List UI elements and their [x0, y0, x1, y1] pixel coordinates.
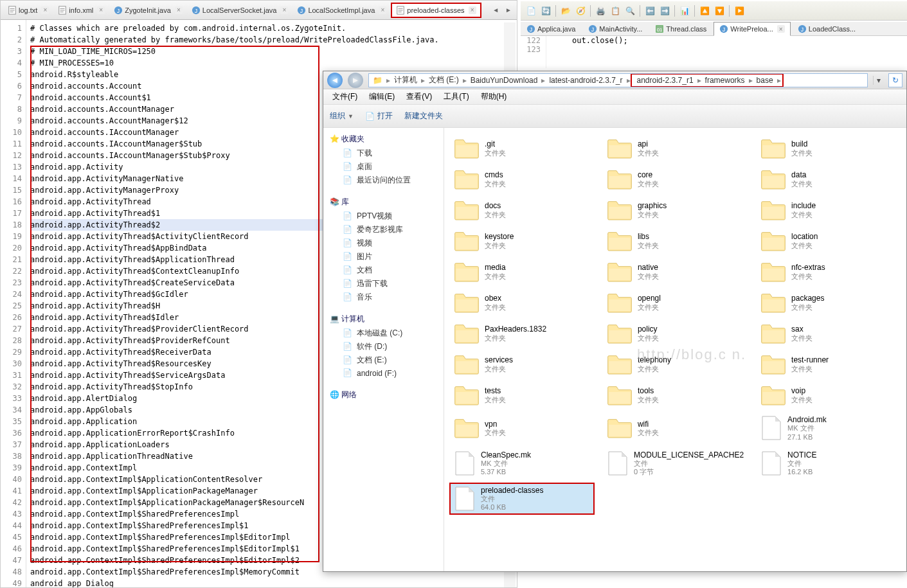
toolbar-open[interactable]: 📄 打开 [365, 111, 393, 121]
breadcrumb-segment[interactable]: BaiduYunDownload [467, 76, 542, 85]
file-item[interactable]: NOTICE文件16.2 KB [756, 447, 901, 480]
sidebar-group-head[interactable]: ⭐ 收藏夹 [326, 132, 441, 147]
toolbar-btn[interactable]: 📄 [525, 4, 537, 17]
close-icon[interactable]: × [777, 25, 785, 33]
explorer-fileview[interactable]: http://blog.c n. .git文件夹api文件夹build文件夹cm… [444, 128, 906, 571]
tab-prev[interactable]: ◄ [490, 6, 501, 13]
editor-tab[interactable]: JMainActivity... [582, 22, 648, 35]
breadcrumb-segment[interactable]: 文档 (E:) [425, 75, 463, 85]
folder-item[interactable]: telephony文件夹 [602, 350, 748, 379]
sidebar-item[interactable]: 📄PPTV视频 [326, 209, 441, 223]
sidebar-item[interactable]: 📄图片 [326, 250, 441, 263]
sidebar-item[interactable]: 📄本地磁盘 (C:) [326, 326, 441, 340]
folder-item[interactable]: include文件夹 [756, 196, 901, 224]
folder-item[interactable]: services文件夹 [449, 350, 595, 379]
editor-tab[interactable]: log.txt× [3, 3, 53, 17]
editor-tab[interactable]: JWritePreloa...× [714, 22, 790, 36]
sidebar-item[interactable]: 📄视频 [326, 236, 441, 250]
breadcrumb-dropdown[interactable]: ▾ [873, 76, 883, 85]
toolbar-btn[interactable]: 🔽 [713, 4, 726, 17]
close-icon[interactable]: × [469, 6, 476, 14]
folder-item[interactable]: native文件夹 [602, 258, 748, 286]
toolbar-organize[interactable]: 组织▼ [330, 111, 354, 121]
folder-item[interactable]: keystore文件夹 [449, 227, 595, 255]
close-icon[interactable]: × [175, 6, 183, 14]
menu-edit[interactable]: 编辑(E) [365, 90, 399, 103]
close-icon[interactable]: × [97, 6, 105, 14]
folder-item[interactable]: policy文件夹 [602, 319, 748, 348]
code-line[interactable]: android app Dialog [30, 578, 513, 587]
sidebar-item[interactable]: 📄文档 (E:) [326, 353, 441, 367]
toolbar-btn[interactable]: ▶️ [733, 4, 746, 17]
file-item[interactable]: preloaded-classes文件64.0 KB [449, 483, 595, 515]
sidebar-group-head[interactable]: 💻 计算机 [326, 312, 441, 326]
folder-item[interactable]: location文件夹 [756, 227, 901, 255]
editor-tab[interactable]: preloaded-classes× [391, 3, 481, 18]
folder-item[interactable]: core文件夹 [602, 165, 748, 193]
code-line[interactable]: # MIN_LOAD_TIME_MICROS=1250 [30, 46, 513, 57]
folder-item[interactable]: sax文件夹 [756, 319, 901, 348]
sidebar-group-head[interactable]: 🌐 网络 [326, 388, 441, 402]
code-line[interactable]: # Classes which are preloaded by com.and… [30, 22, 513, 34]
toolbar-btn[interactable]: 🔄 [539, 4, 552, 17]
folder-item[interactable]: packages文件夹 [756, 289, 901, 317]
menu-view[interactable]: 查看(V) [402, 90, 436, 103]
editor-tab[interactable]: JZygoteInit.java× [109, 3, 187, 17]
nav-forward-button[interactable]: ► [348, 73, 363, 88]
sidebar-item[interactable]: 📄文档 [326, 263, 441, 277]
toolbar-btn[interactable]: ➡️ [658, 4, 671, 17]
editor-tab[interactable]: JApplica.java [521, 22, 581, 35]
close-icon[interactable]: × [41, 6, 49, 14]
sidebar-item[interactable]: 📄音乐 [326, 290, 441, 304]
file-item[interactable]: CleanSpec.mkMK 文件5.37 KB [449, 447, 595, 480]
folder-item[interactable]: docs文件夹 [449, 196, 595, 224]
folder-item[interactable]: build文件夹 [756, 134, 901, 163]
folder-item[interactable]: api文件夹 [602, 134, 748, 163]
editor-tab[interactable]: JLoadedClass... [792, 22, 861, 35]
breadcrumb-root[interactable]: 📁 [369, 76, 386, 85]
toolbar-btn[interactable]: 📊 [678, 4, 691, 17]
breadcrumb-segment[interactable]: 计算机 [390, 75, 421, 85]
folder-item[interactable]: opengl文件夹 [602, 289, 748, 317]
sidebar-group-head[interactable]: 📚 库 [326, 195, 441, 209]
folder-item[interactable]: wifi文件夹 [602, 412, 748, 445]
sidebar-item[interactable]: 📄最近访问的位置 [326, 174, 441, 187]
close-icon[interactable]: × [379, 6, 386, 14]
tab-next[interactable]: ► [503, 6, 514, 13]
nav-back-button[interactable]: ◄ [327, 73, 343, 88]
toolbar-btn[interactable]: 🖨️ [594, 4, 607, 17]
folder-item[interactable]: cmds文件夹 [449, 165, 595, 193]
editor-tab[interactable]: JLocalServerSocket.java× [187, 3, 293, 17]
sidebar-item[interactable]: 📄爱奇艺影视库 [326, 223, 441, 236]
folder-item[interactable]: obex文件夹 [449, 289, 595, 317]
menu-tools[interactable]: 工具(T) [440, 90, 472, 103]
folder-item[interactable]: voip文件夹 [756, 381, 901, 409]
sidebar-item[interactable]: 📄桌面 [326, 160, 441, 174]
sidebar-item[interactable]: 📄软件 (D:) [326, 340, 441, 353]
folder-item[interactable]: graphics文件夹 [602, 196, 748, 224]
folder-item[interactable]: PaxHeaders.1832文件夹 [449, 319, 595, 348]
folder-item[interactable]: vpn文件夹 [449, 412, 595, 445]
file-item[interactable]: Android.mkMK 文件27.1 KB [756, 412, 901, 445]
code-line[interactable]: # Automatically generated by frameworks/… [30, 34, 513, 46]
sidebar-item[interactable]: 📄迅雷下载 [326, 277, 441, 290]
breadcrumb-segment[interactable]: frameworks [701, 76, 749, 85]
toolbar-btn[interactable]: 🔍 [624, 4, 636, 17]
menu-file[interactable]: 文件(F) [328, 90, 361, 103]
sidebar-item[interactable]: 📄android (F:) [326, 367, 441, 380]
editor-tab[interactable]: JLocalSocketImpl.java× [292, 3, 391, 17]
toolbar-btn[interactable]: ⬅️ [643, 4, 656, 17]
refresh-button[interactable]: ↻ [888, 73, 903, 87]
breadcrumb-segment[interactable]: latest-android-2.3.7_r [545, 76, 626, 85]
folder-item[interactable]: nfc-extras文件夹 [756, 258, 901, 286]
breadcrumb[interactable]: 📁▸计算机▸文档 (E:)▸BaiduYunDownload▸latest-an… [368, 73, 868, 87]
folder-item[interactable]: test-runner文件夹 [756, 350, 901, 379]
breadcrumb-segment[interactable]: android-2.3.7_r1 [633, 76, 697, 85]
toolbar-newfolder[interactable]: 新建文件夹 [404, 111, 443, 121]
toolbar-btn[interactable]: 📂 [559, 4, 572, 17]
file-item[interactable]: MODULE_LICENSE_APACHE2文件0 字节 [602, 447, 748, 480]
folder-item[interactable]: data文件夹 [756, 165, 901, 193]
folder-item[interactable]: .git文件夹 [449, 134, 595, 163]
editor-tab[interactable]: 01Thread.class [649, 22, 712, 35]
toolbar-btn[interactable]: 🧭 [574, 4, 587, 17]
